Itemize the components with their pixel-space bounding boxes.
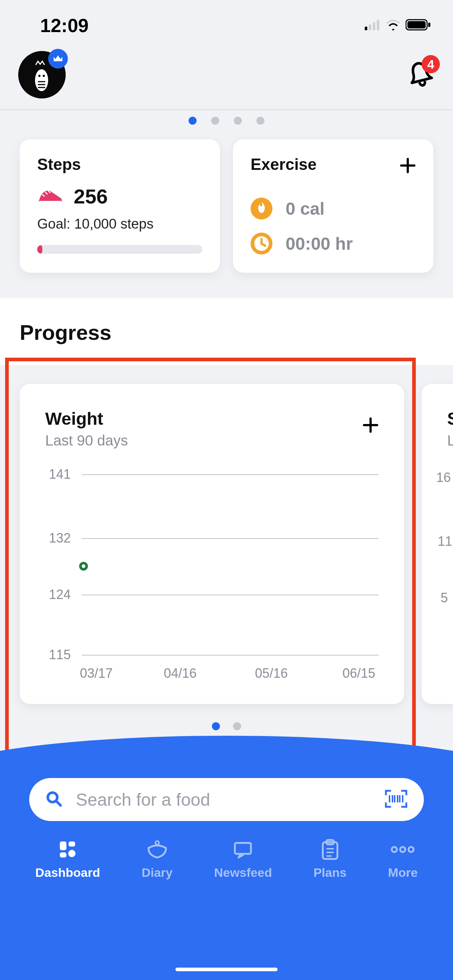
svg-point-25 xyxy=(400,847,405,852)
diary-icon xyxy=(145,838,169,861)
svg-rect-16 xyxy=(60,842,66,850)
summary-cards-row: Steps 256 Goal: 10,000 steps Exercise xyxy=(0,139,453,298)
x-tick: 06/15 xyxy=(343,666,375,681)
peek-y-tick: 16 xyxy=(436,470,451,485)
svg-point-26 xyxy=(408,847,414,852)
status-icons xyxy=(365,19,431,32)
progress-section: Progress xyxy=(0,298,453,365)
tab-more[interactable]: More xyxy=(388,838,418,880)
notifications-button[interactable]: 4 xyxy=(405,60,435,89)
weight-title: Weight xyxy=(45,409,379,429)
svg-rect-17 xyxy=(69,842,75,846)
peek-y-tick: 5 xyxy=(440,590,448,606)
header: 4 xyxy=(0,40,453,110)
profile-avatar[interactable] xyxy=(18,51,65,99)
exercise-calories: 0 cal xyxy=(286,199,325,219)
svg-rect-18 xyxy=(60,853,66,858)
carousel-dot[interactable] xyxy=(257,117,265,125)
tab-label: More xyxy=(388,865,418,880)
carousel-dot[interactable] xyxy=(234,117,242,125)
y-tick: 124 xyxy=(45,587,71,602)
add-weight-button[interactable] xyxy=(362,413,379,438)
tab-label: Newsfeed xyxy=(214,865,272,880)
y-tick: 115 xyxy=(45,647,71,662)
next-progress-card-peek[interactable]: S La 16 11 5 xyxy=(422,384,453,704)
y-tick: 132 xyxy=(45,530,71,546)
wifi-icon xyxy=(386,19,400,32)
bottom-nav-area: Search for a food Dashboard xyxy=(0,765,453,980)
svg-rect-1 xyxy=(369,24,371,30)
svg-point-24 xyxy=(392,847,397,852)
status-bar: 12:09 xyxy=(0,0,453,40)
tab-plans[interactable]: Plans xyxy=(313,838,346,880)
x-tick: 05/16 xyxy=(255,666,288,681)
peek-title: S xyxy=(447,409,453,429)
peek-y-tick: 11 xyxy=(438,534,452,549)
steps-card[interactable]: Steps 256 Goal: 10,000 steps xyxy=(20,139,220,273)
svg-point-10 xyxy=(43,75,45,77)
svg-rect-5 xyxy=(407,21,426,29)
progress-cards-row[interactable]: Weight Last 90 days 141 132 124 115 03/1… xyxy=(0,365,453,722)
weight-subtitle: Last 90 days xyxy=(45,433,379,449)
food-search-bar[interactable]: Search for a food xyxy=(29,778,424,821)
weight-card[interactable]: Weight Last 90 days 141 132 124 115 03/1… xyxy=(20,384,404,704)
svg-point-9 xyxy=(38,75,40,77)
flame-icon xyxy=(250,197,273,220)
premium-badge-icon xyxy=(48,49,68,68)
search-icon xyxy=(45,790,63,809)
svg-rect-6 xyxy=(428,22,431,27)
x-tick: 04/16 xyxy=(164,666,196,681)
svg-rect-0 xyxy=(365,27,367,30)
home-indicator[interactable] xyxy=(175,967,278,971)
y-tick: 141 xyxy=(45,467,71,482)
search-input[interactable]: Search for a food xyxy=(76,790,371,810)
peek-subtitle: La xyxy=(447,433,453,449)
tab-diary[interactable]: Diary xyxy=(142,838,172,880)
x-tick: 03/17 xyxy=(80,666,113,681)
tab-bar: Dashboard Diary Newsfeed xyxy=(0,838,453,880)
dashboard-icon xyxy=(57,838,78,861)
svg-point-20 xyxy=(155,841,159,845)
barcode-scan-icon[interactable] xyxy=(384,789,408,810)
carousel-dot[interactable] xyxy=(233,722,241,730)
carousel-dot[interactable] xyxy=(212,722,220,730)
steps-progress-bar xyxy=(37,245,203,254)
svg-rect-3 xyxy=(377,20,379,30)
svg-rect-21 xyxy=(235,843,251,854)
svg-point-19 xyxy=(68,850,75,857)
tab-label: Diary xyxy=(142,865,172,880)
exercise-duration: 00:00 hr xyxy=(286,234,353,254)
cellular-icon xyxy=(365,19,381,32)
tab-newsfeed[interactable]: Newsfeed xyxy=(214,838,272,880)
tab-dashboard[interactable]: Dashboard xyxy=(35,838,100,880)
notification-count-badge: 4 xyxy=(422,55,440,73)
shoe-icon xyxy=(37,187,64,206)
exercise-card[interactable]: Exercise 0 cal 00:00 hr xyxy=(233,139,433,273)
battery-icon xyxy=(405,19,431,32)
weight-chart: 141 132 124 115 03/17 04/16 05/16 06/15 xyxy=(45,474,379,678)
tab-label: Plans xyxy=(313,865,346,880)
clock-icon xyxy=(250,232,273,255)
exercise-title: Exercise xyxy=(250,155,317,173)
svg-rect-11 xyxy=(39,201,61,203)
steps-goal: Goal: 10,000 steps xyxy=(37,216,203,232)
carousel-dot[interactable] xyxy=(188,117,196,125)
newsfeed-icon xyxy=(231,838,255,861)
carousel-dot[interactable] xyxy=(211,117,219,125)
weight-data-point xyxy=(79,562,88,571)
plans-icon xyxy=(321,838,340,861)
progress-title: Progress xyxy=(0,320,453,365)
add-exercise-button[interactable] xyxy=(400,155,416,177)
steps-progress-fill xyxy=(37,245,42,254)
svg-rect-2 xyxy=(373,22,375,30)
steps-value: 256 xyxy=(74,185,108,208)
search-placeholder: Search for a food xyxy=(76,790,371,810)
carousel-dots-1[interactable] xyxy=(0,110,453,139)
steps-title: Steps xyxy=(37,155,203,173)
status-time: 12:09 xyxy=(40,14,89,37)
tab-label: Dashboard xyxy=(35,865,100,880)
more-icon xyxy=(391,838,415,861)
